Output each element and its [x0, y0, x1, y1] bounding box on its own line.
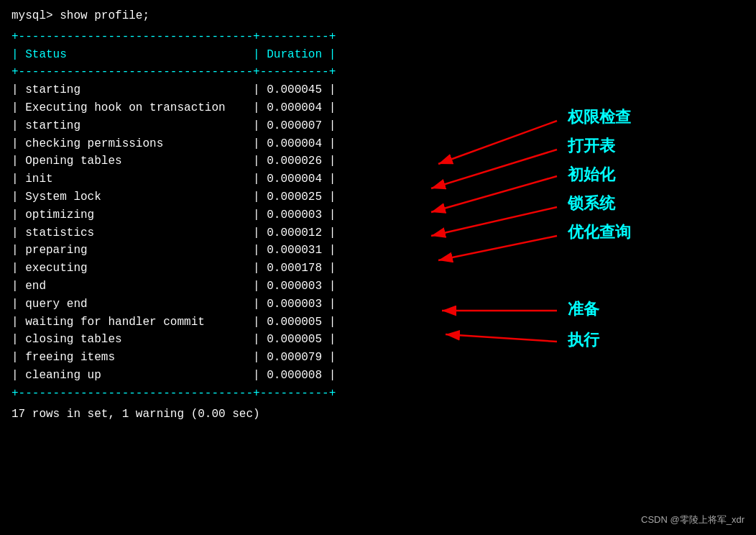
svg-line-1	[431, 150, 557, 188]
svg-line-6	[446, 334, 557, 342]
svg-line-4	[438, 236, 557, 260]
svg-line-3	[431, 207, 557, 236]
watermark: CSDN @零陵上将军_xdr	[641, 513, 745, 526]
svg-line-2	[431, 176, 557, 212]
svg-line-0	[438, 121, 557, 164]
arrow-overlay	[0, 0, 756, 535]
